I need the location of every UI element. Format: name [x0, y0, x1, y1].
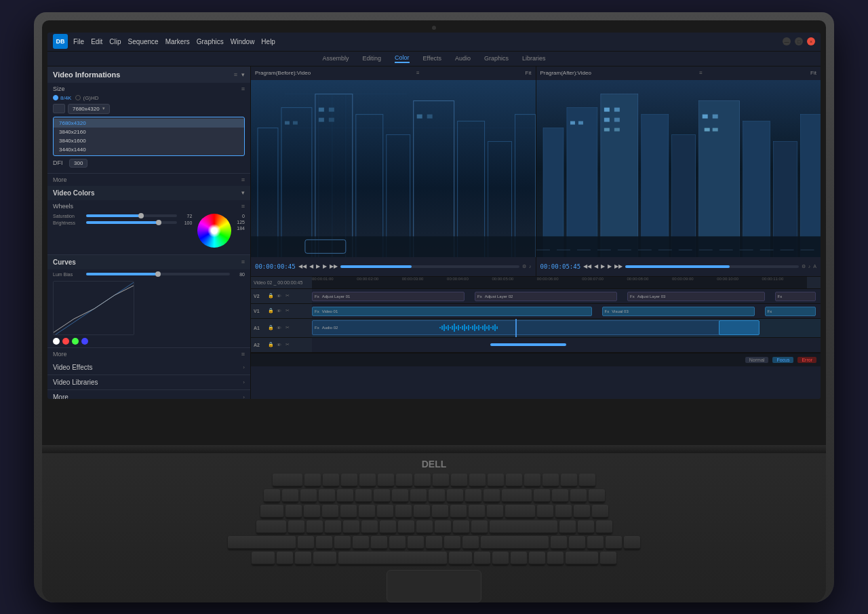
key-f1[interactable] [304, 474, 321, 487]
menu-window[interactable]: Window [231, 38, 255, 45]
minimize-button[interactable]: — [783, 37, 791, 45]
status-normal[interactable]: Normal [745, 357, 769, 363]
res-3440[interactable]: 3440x1440 [54, 145, 244, 154]
track-a2-fx[interactable]: ✂ [285, 342, 292, 347]
key-f5[interactable] [378, 474, 394, 487]
key-minus[interactable] [465, 489, 481, 503]
key-j[interactable] [398, 520, 414, 534]
key-left[interactable] [511, 552, 527, 565]
key-i[interactable] [414, 505, 430, 518]
key-f11[interactable] [488, 474, 504, 487]
brightness-thumb[interactable] [156, 220, 161, 225]
key-numplus[interactable] [592, 505, 608, 518]
key-f8[interactable] [433, 474, 449, 487]
text-after[interactable]: A [813, 264, 816, 269]
key-num4[interactable] [559, 520, 576, 534]
key-num0[interactable] [566, 552, 598, 565]
settings-after[interactable]: ⚙ [802, 264, 806, 269]
res-gjhd-option[interactable]: (G)HD [75, 95, 98, 101]
key-f6[interactable] [396, 474, 412, 487]
key-f7[interactable] [414, 474, 431, 487]
resolution-dropdown-box[interactable]: 7680x4320 ▾ [68, 104, 110, 114]
key-numdiv[interactable] [552, 489, 568, 503]
res-3840-1600[interactable]: 3840x1600 [54, 136, 244, 145]
key-lbracket[interactable] [469, 505, 485, 518]
close-button[interactable]: × [807, 37, 815, 45]
key-fn[interactable] [277, 552, 293, 565]
saturation-thumb[interactable] [138, 213, 144, 218]
brightness-track[interactable] [86, 221, 177, 224]
key-end[interactable] [561, 474, 577, 487]
key-backslash[interactable] [505, 505, 535, 518]
key-u[interactable] [395, 505, 412, 518]
key-e[interactable] [322, 505, 338, 518]
tab-libraries[interactable]: Libraries [522, 55, 546, 62]
key-tab[interactable] [260, 505, 283, 518]
video-informations-header[interactable]: Video Informations ≡ ▾ [47, 66, 250, 83]
key-x[interactable] [316, 536, 332, 550]
key-num5[interactable] [578, 520, 594, 534]
key-rbracket[interactable] [487, 505, 503, 518]
key-equals[interactable] [484, 489, 500, 503]
key-lctrl[interactable] [252, 552, 275, 565]
touchpad[interactable] [387, 570, 481, 602]
key-6[interactable] [374, 489, 390, 503]
key-1[interactable] [282, 489, 298, 503]
video-libraries-section[interactable]: Video Libraries › [47, 375, 250, 390]
key-f10[interactable] [469, 474, 486, 487]
res-gjhd-radio[interactable] [75, 95, 81, 100]
key-num9[interactable] [574, 505, 590, 518]
key-num2[interactable] [587, 536, 604, 550]
dot-white[interactable] [53, 338, 60, 345]
key-del[interactable] [524, 474, 540, 487]
audio-clip[interactable]: Fx Audio 02 [312, 320, 745, 335]
key-y[interactable] [377, 505, 393, 518]
key-l[interactable] [435, 520, 451, 534]
key-2[interactable] [300, 489, 317, 503]
track-v2-eye[interactable]: 👁 [277, 294, 283, 299]
key-backspace[interactable] [502, 489, 532, 503]
key-m[interactable] [408, 536, 424, 550]
track-v2-lock[interactable]: 🔒 [268, 293, 275, 299]
key-nummul[interactable] [570, 489, 587, 503]
track-v1-eye[interactable]: 👁 [277, 309, 283, 313]
clip-v2-fx2[interactable]: Fx Adjust Layer 02 [475, 292, 617, 301]
menu-file[interactable]: File [73, 38, 84, 45]
key-caps[interactable] [256, 520, 286, 534]
key-t[interactable] [359, 505, 375, 518]
res-7680[interactable]: 7680x4320 [54, 119, 244, 128]
next-before[interactable]: ▶ [323, 263, 327, 269]
key-h[interactable] [380, 520, 396, 534]
prev-before[interactable]: ◀ [309, 263, 313, 269]
track-v1-lock[interactable]: 🔒 [268, 308, 275, 313]
key-numlock[interactable] [534, 489, 550, 503]
key-8[interactable] [410, 489, 427, 503]
next-frame-before[interactable]: ▶▶ [330, 263, 338, 269]
track-v1-fx[interactable]: ✂ [285, 308, 292, 313]
tab-audio[interactable]: Audio [455, 55, 471, 62]
key-space[interactable] [338, 552, 447, 565]
video-colors-header[interactable]: Video Colors ▾ [47, 186, 250, 200]
next-after[interactable]: ▶ [608, 263, 612, 269]
clip-v1-2[interactable]: Fx Visual 03 [602, 307, 755, 316]
audio-clip-2[interactable] [719, 320, 760, 335]
key-f3[interactable] [341, 474, 357, 487]
key-num8[interactable] [555, 505, 572, 518]
key-numenter[interactable] [624, 536, 640, 550]
key-p[interactable] [450, 505, 467, 518]
tab-graphics[interactable]: Graphics [484, 55, 509, 62]
play-after[interactable]: ▶ [601, 263, 605, 269]
play-before[interactable]: ▶ [316, 263, 320, 269]
key-semicolon[interactable] [453, 520, 469, 534]
key-up[interactable] [551, 536, 567, 550]
res-8k-option[interactable]: 8/4K [53, 95, 71, 101]
settings-before[interactable]: ⚙ [522, 264, 526, 269]
key-f4[interactable] [359, 474, 376, 487]
track-a2-eye[interactable]: 👁 [277, 343, 283, 347]
dot-red[interactable] [62, 338, 69, 345]
key-f12[interactable] [506, 474, 522, 487]
res-3840-2160[interactable]: 3840x2160 [54, 128, 244, 136]
key-numdot[interactable] [600, 552, 616, 565]
key-r[interactable] [340, 505, 357, 518]
key-rshift[interactable] [481, 536, 549, 550]
